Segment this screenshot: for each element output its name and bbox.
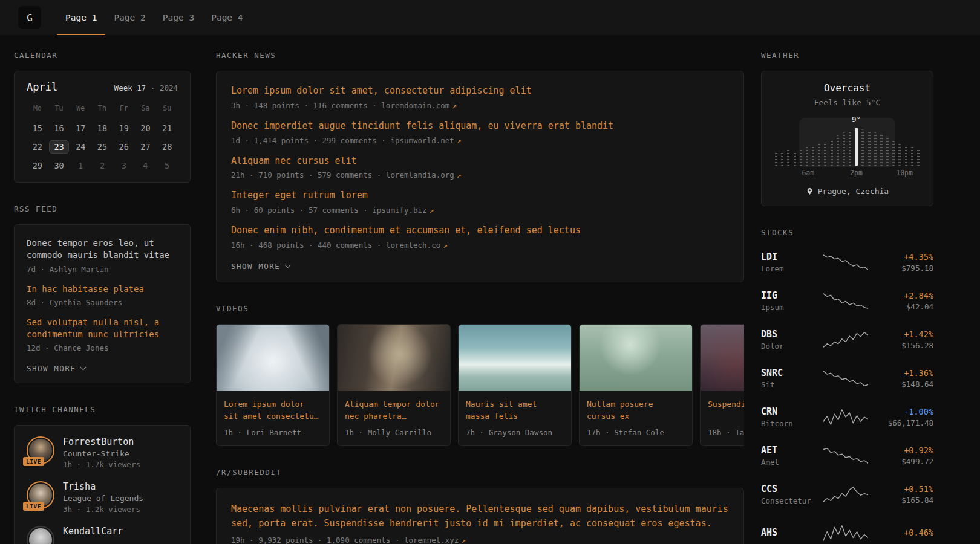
calendar-day[interactable]: 17 <box>70 118 91 137</box>
video-title[interactable]: Mauris sit amet massa felis <box>466 398 564 423</box>
video-card-body: Lorem ipsum dolor sit amet consectetu…1h… <box>217 391 329 445</box>
calendar-day[interactable]: 27 <box>135 137 157 156</box>
feed-item: Aliquam nec cursus elit21h · 710 points … <box>231 155 729 180</box>
calendar-day[interactable]: 18 <box>91 118 113 137</box>
calendar-day[interactable]: 5 <box>156 156 178 175</box>
stocks-widget: STOCKS LDILorem+4.35%$795.18IIGIpsum+2.8… <box>761 228 933 544</box>
twitch-channel-row[interactable]: KendallCarr <box>27 526 178 544</box>
video-card[interactable]: Lorem ipsum dolor sit amet consectetu…1h… <box>216 324 330 446</box>
video-card[interactable]: Aliquam tempor dolor nec pharetra…1h · M… <box>337 324 451 446</box>
calendar-day-number: 2 <box>100 161 105 170</box>
feed-item-title[interactable]: In hac habitasse platea <box>27 283 178 295</box>
video-card-body: Aliquam tempor dolor nec pharetra…1h · M… <box>338 391 450 445</box>
calendar-day[interactable]: 16 <box>48 118 70 137</box>
app-logo[interactable]: G <box>18 6 41 29</box>
video-card[interactable]: Suspendisse diam18h · Tara <box>700 324 744 446</box>
hackernews-show-more-button[interactable]: SHOW MORE <box>231 262 290 271</box>
calendar-day[interactable]: 24 <box>70 137 91 156</box>
stock-row[interactable]: SNRCSit+1.36%$148.64 <box>761 359 933 398</box>
calendar-day[interactable]: 29 <box>27 156 48 175</box>
calendar-day[interactable]: 23 <box>48 137 70 156</box>
stock-sparkline <box>814 369 877 387</box>
stock-sparkline <box>814 292 877 310</box>
calendar-day-number: 17 <box>76 123 85 133</box>
stock-price: $156.28 <box>877 341 933 350</box>
weather-bar <box>824 142 826 166</box>
stock-symbol: IIG <box>761 290 814 301</box>
video-card[interactable]: Mauris sit amet massa felis7h · Grayson … <box>458 324 572 446</box>
show-more-label: SHOW MORE <box>27 364 76 373</box>
tab-page-1[interactable]: Page 1 <box>57 0 105 35</box>
stock-values: +0.46% <box>877 528 933 539</box>
feed-item-title[interactable]: Integer eget rutrum lorem <box>231 189 729 202</box>
calendar-day[interactable]: 20 <box>135 118 157 137</box>
calendar-day-number: 21 <box>162 123 172 133</box>
calendar-day-number: 25 <box>97 142 107 152</box>
tab-page-3[interactable]: Page 3 <box>154 0 203 35</box>
feed-item-meta-text: 21h · 710 points · 579 comments · loreml… <box>231 170 454 180</box>
twitch-channel-row[interactable]: LIVEForrestBurtonCounter-Strike1h · 1.7k… <box>27 436 178 469</box>
video-card[interactable]: Nullam posuere cursus ex17h · Stefan Col… <box>579 324 693 446</box>
stock-symbol: CCS <box>761 484 814 494</box>
feed-item-title[interactable]: Donec tempor eros leo, ut commodo mauris… <box>27 237 178 262</box>
left-column: CALENDAR April Week 17 · 2024 MoTuWeThFr… <box>14 51 191 544</box>
calendar-day[interactable]: 25 <box>91 137 113 156</box>
stock-symbol-block: AHS <box>761 527 814 540</box>
video-title[interactable]: Aliquam tempor dolor nec pharetra… <box>345 398 443 423</box>
calendar-day[interactable]: 4 <box>135 156 157 175</box>
calendar-day[interactable]: 19 <box>113 118 135 137</box>
feed-item-meta: 16h · 468 points · 440 comments · loremt… <box>231 241 729 250</box>
twitch-channel-game: League of Legends <box>63 494 143 503</box>
stock-row[interactable]: CRNBitcorn-1.00%$66,171.48 <box>761 398 933 436</box>
sparkline-chart <box>823 447 868 465</box>
calendar-day[interactable]: 28 <box>156 137 178 156</box>
calendar-month: April <box>27 81 57 93</box>
calendar-day[interactable]: 22 <box>27 137 48 156</box>
video-thumbnail <box>217 325 329 391</box>
weather-bar <box>800 149 802 166</box>
hackernews-section-title: HACKER NEWS <box>216 51 744 60</box>
feed-item-title[interactable]: Maecenas mollis pulvinar erat non posuer… <box>231 502 729 531</box>
stock-row[interactable]: CCSConsectetur+0.51%$165.84 <box>761 475 933 514</box>
calendar-day[interactable]: 1 <box>70 156 91 175</box>
stock-row[interactable]: LDILorem+4.35%$795.18 <box>761 243 933 282</box>
calendar-day[interactable]: 21 <box>156 118 178 137</box>
calendar-day[interactable]: 30 <box>48 156 70 175</box>
feed-item-title[interactable]: Donec enim nibh, condimentum et accumsan… <box>231 224 729 238</box>
video-title[interactable]: Suspendisse diam <box>708 398 744 423</box>
calendar-day[interactable]: 3 <box>113 156 135 175</box>
videos-row[interactable]: Lorem ipsum dolor sit amet consectetu…1h… <box>216 324 744 446</box>
calendar-day[interactable]: 2 <box>91 156 113 175</box>
twitch-channel-row[interactable]: LIVETrishaLeague of Legends3h · 1.2k vie… <box>27 481 178 514</box>
weather-location: Prague, Czechia <box>818 187 889 196</box>
calendar-day-number: 24 <box>76 142 85 152</box>
rss-show-more-button[interactable]: SHOW MORE <box>27 364 85 373</box>
feed-item-meta-text: 8d · Cynthia Saunders <box>27 298 122 307</box>
weather-section-title: WEATHER <box>761 51 933 60</box>
calendar-day[interactable]: 26 <box>113 137 135 156</box>
stock-row[interactable]: AHS+0.46% <box>761 514 933 544</box>
stock-values: -1.00%$66,171.48 <box>877 407 933 427</box>
feed-item-title[interactable]: Sed volutpat nulla nisl, a condimentum n… <box>27 316 178 341</box>
video-title[interactable]: Lorem ipsum dolor sit amet consectetu… <box>224 398 322 423</box>
feed-item-title[interactable]: Lorem ipsum dolor sit amet, consectetur … <box>231 85 729 98</box>
stock-price: $795.18 <box>877 264 933 273</box>
stock-row[interactable]: AETAmet+0.92%$499.72 <box>761 436 933 475</box>
stock-row[interactable]: IIGIpsum+2.84%$42.04 <box>761 282 933 320</box>
video-thumbnail <box>701 325 744 391</box>
tab-page-2[interactable]: Page 2 <box>105 0 154 35</box>
weather-location-row[interactable]: Prague, Czechia <box>775 187 920 196</box>
stock-name: Dolor <box>761 342 814 351</box>
calendar-day-number: 15 <box>33 123 42 133</box>
feed-item-title[interactable]: Donec imperdiet augue tincidunt felis al… <box>231 120 729 133</box>
twitch-card: LIVEForrestBurtonCounter-Strike1h · 1.7k… <box>14 425 191 544</box>
weather-card: Overcast Feels like 5°C 9°6am2pm10pm Pra… <box>761 71 933 206</box>
stock-row[interactable]: DBSDolor+1.42%$156.28 <box>761 320 933 359</box>
stock-price: $42.04 <box>877 302 933 311</box>
tab-page-4[interactable]: Page 4 <box>203 0 251 35</box>
calendar-day[interactable]: 15 <box>27 118 48 137</box>
video-title[interactable]: Nullam posuere cursus ex <box>587 398 685 423</box>
weather-bar <box>861 129 864 166</box>
feed-item-title[interactable]: Aliquam nec cursus elit <box>231 155 729 168</box>
live-badge: LIVE <box>23 457 44 466</box>
